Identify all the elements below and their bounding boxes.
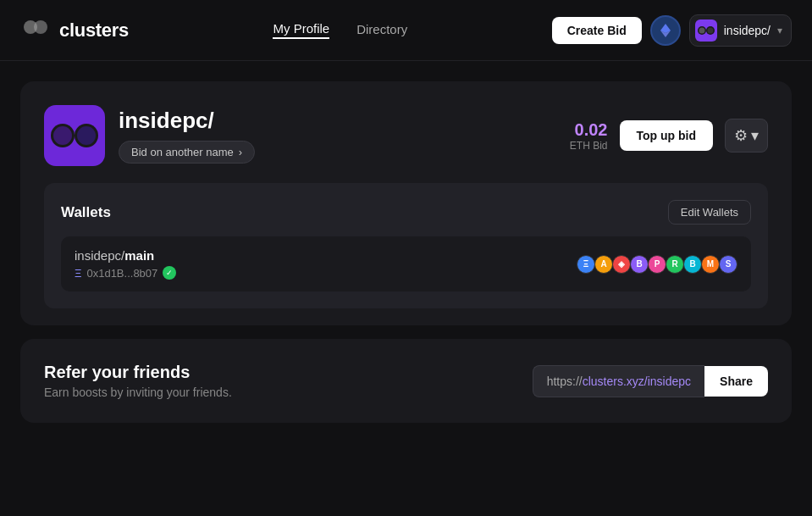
- edit-wallets-button[interactable]: Edit Wallets: [668, 200, 751, 225]
- user-menu-button[interactable]: insidepc/ ▾: [689, 14, 792, 47]
- share-button[interactable]: Share: [704, 366, 768, 397]
- wallets-header: Wallets Edit Wallets: [61, 200, 751, 225]
- token-icon-0: Ξ: [577, 255, 595, 274]
- create-bid-button[interactable]: Create Bid: [552, 17, 642, 44]
- token-icon-6: B: [683, 255, 702, 274]
- wallet-row: insidepc/main Ξ 0x1d1B...8b07 ✓ ΞA◈BPRBM…: [61, 236, 751, 291]
- main-nav: My Profile Directory: [129, 21, 552, 39]
- nav-my-profile[interactable]: My Profile: [273, 21, 329, 39]
- token-icon-1: A: [594, 255, 613, 274]
- token-icon-2: ◈: [612, 255, 631, 274]
- eth-bid-info: 0.02 ETH Bid: [570, 120, 608, 152]
- svg-point-7: [707, 27, 713, 33]
- svg-point-1: [34, 20, 47, 34]
- refer-card: Refer your friends Earn boosts by inviti…: [20, 339, 792, 423]
- eth-network-button[interactable]: [650, 15, 681, 46]
- logo-text: clusters: [59, 19, 129, 42]
- eth-symbol: Ξ: [75, 267, 81, 280]
- svg-point-6: [699, 27, 704, 33]
- settings-icon: ⚙: [734, 126, 748, 145]
- bid-another-button[interactable]: Bid on another name ›: [119, 141, 255, 164]
- refer-title: Refer your friends: [44, 363, 232, 382]
- header: clusters My Profile Directory Create Bid…: [0, 0, 812, 61]
- wallets-title: Wallets: [61, 204, 111, 221]
- refer-right: https://clusters.xyz/insidepc Share: [533, 365, 768, 397]
- header-right: Create Bid insidepc/ ▾: [552, 14, 792, 47]
- eth-bid-value: 0.02: [570, 120, 608, 140]
- svg-point-11: [77, 126, 96, 145]
- top-up-button[interactable]: Top up bid: [620, 120, 714, 151]
- main-content: insidepc/ Bid on another name › 0.02 ETH…: [0, 61, 812, 443]
- wallet-name: insidepc/main: [75, 248, 176, 263]
- refer-left: Refer your friends Earn boosts by inviti…: [44, 363, 232, 399]
- nav-directory[interactable]: Directory: [356, 22, 407, 38]
- wallet-address-row: Ξ 0x1d1B...8b07 ✓: [75, 266, 176, 280]
- svg-point-10: [53, 126, 72, 145]
- wallet-tokens: ΞA◈BPRBMS: [579, 255, 737, 274]
- chevron-down-icon: ▾: [777, 25, 782, 36]
- profile-right: 0.02 ETH Bid Top up bid ⚙ ▾: [570, 119, 768, 153]
- user-name-label: insidepc/: [724, 24, 771, 37]
- refer-url: https://clusters.xyz/insidepc: [533, 365, 704, 397]
- settings-chevron: ▾: [751, 126, 759, 145]
- user-avatar: [695, 19, 717, 42]
- wallet-left: insidepc/main Ξ 0x1d1B...8b07 ✓: [75, 248, 176, 280]
- profile-header: insidepc/ Bid on another name › 0.02 ETH…: [44, 105, 768, 166]
- wallet-address: 0x1d1B...8b07: [86, 267, 157, 280]
- token-icon-4: P: [648, 255, 666, 274]
- profile-avatar-icon: [44, 105, 105, 166]
- settings-button[interactable]: ⚙ ▾: [725, 119, 768, 153]
- eth-icon: [658, 23, 673, 38]
- wallets-section: Wallets Edit Wallets insidepc/main Ξ 0x1…: [44, 183, 768, 308]
- verified-badge: ✓: [163, 266, 176, 280]
- profile-name: insidepc/: [119, 108, 255, 134]
- avatar-icon: [695, 19, 717, 42]
- refer-subtitle: Earn boosts by inviting your friends.: [44, 386, 232, 399]
- logo-area: clusters: [20, 15, 129, 46]
- profile-info: insidepc/ Bid on another name ›: [119, 108, 255, 164]
- profile-avatar: [44, 105, 105, 166]
- profile-left: insidepc/ Bid on another name ›: [44, 105, 255, 166]
- token-icon-3: B: [630, 255, 649, 274]
- logo-icon: [20, 15, 51, 46]
- eth-bid-label: ETH Bid: [570, 140, 608, 152]
- token-icon-8: S: [719, 255, 737, 274]
- token-icon-5: R: [666, 255, 684, 274]
- token-icon-7: M: [701, 255, 720, 274]
- profile-card: insidepc/ Bid on another name › 0.02 ETH…: [20, 81, 792, 325]
